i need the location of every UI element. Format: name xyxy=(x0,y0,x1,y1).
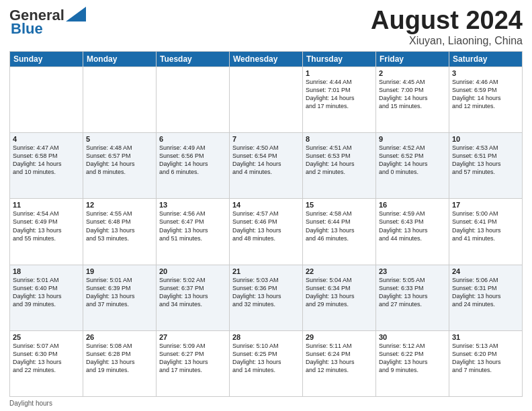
day-info: Sunrise: 5:03 AM Sunset: 6:36 PM Dayligh… xyxy=(232,276,300,309)
page: General Blue August 2024 Xiuyan, Liaonin… xyxy=(0,0,532,411)
day-info: Sunrise: 4:46 AM Sunset: 6:59 PM Dayligh… xyxy=(452,78,519,111)
month-title: August 2024 xyxy=(371,7,523,35)
day-of-week-header: Sunday xyxy=(10,51,83,66)
calendar-cell xyxy=(157,66,230,132)
calendar-week-row: 11Sunrise: 4:54 AM Sunset: 6:49 PM Dayli… xyxy=(10,199,523,265)
day-number: 26 xyxy=(86,333,153,341)
day-info: Sunrise: 4:50 AM Sunset: 6:54 PM Dayligh… xyxy=(232,144,300,177)
calendar-cell: 4Sunrise: 4:47 AM Sunset: 6:58 PM Daylig… xyxy=(10,133,83,199)
calendar-cell xyxy=(10,66,83,132)
day-info: Sunrise: 5:06 AM Sunset: 6:31 PM Dayligh… xyxy=(452,276,519,309)
calendar-cell: 27Sunrise: 5:09 AM Sunset: 6:27 PM Dayli… xyxy=(157,330,230,396)
day-info: Sunrise: 4:48 AM Sunset: 6:57 PM Dayligh… xyxy=(86,144,153,177)
calendar-cell xyxy=(230,66,303,132)
day-number: 21 xyxy=(232,267,300,275)
day-number: 23 xyxy=(379,267,446,275)
day-number: 28 xyxy=(232,333,300,341)
day-info: Sunrise: 4:56 AM Sunset: 6:47 PM Dayligh… xyxy=(159,210,226,242)
day-info: Sunrise: 5:08 AM Sunset: 6:28 PM Dayligh… xyxy=(86,342,153,375)
day-number: 18 xyxy=(13,267,80,275)
day-info: Sunrise: 4:58 AM Sunset: 6:44 PM Dayligh… xyxy=(306,210,373,242)
calendar-cell: 25Sunrise: 5:07 AM Sunset: 6:30 PM Dayli… xyxy=(10,330,83,396)
calendar-cell: 1Sunrise: 4:44 AM Sunset: 7:01 PM Daylig… xyxy=(303,66,376,132)
day-number: 14 xyxy=(232,201,300,209)
day-info: Sunrise: 4:44 AM Sunset: 7:01 PM Dayligh… xyxy=(306,78,373,111)
day-number: 11 xyxy=(13,201,80,209)
calendar-cell: 5Sunrise: 4:48 AM Sunset: 6:57 PM Daylig… xyxy=(83,133,157,199)
logo-icon xyxy=(66,7,86,21)
day-number: 6 xyxy=(159,135,226,143)
day-info: Sunrise: 4:55 AM Sunset: 6:48 PM Dayligh… xyxy=(86,210,153,242)
day-number: 20 xyxy=(159,267,226,275)
day-info: Sunrise: 5:02 AM Sunset: 6:37 PM Dayligh… xyxy=(159,276,226,309)
title-area: August 2024 Xiuyan, Liaoning, China xyxy=(371,7,523,47)
day-info: Sunrise: 5:13 AM Sunset: 6:20 PM Dayligh… xyxy=(452,342,519,375)
day-info: Sunrise: 5:01 AM Sunset: 6:39 PM Dayligh… xyxy=(86,276,153,309)
day-info: Sunrise: 4:52 AM Sunset: 6:52 PM Dayligh… xyxy=(379,144,446,177)
calendar-cell: 10Sunrise: 4:53 AM Sunset: 6:51 PM Dayli… xyxy=(449,133,523,199)
day-info: Sunrise: 5:04 AM Sunset: 6:34 PM Dayligh… xyxy=(306,276,373,309)
calendar-cell: 12Sunrise: 4:55 AM Sunset: 6:48 PM Dayli… xyxy=(83,199,157,265)
day-number: 12 xyxy=(86,201,153,209)
day-number: 16 xyxy=(379,201,446,209)
day-info: Sunrise: 5:00 AM Sunset: 6:41 PM Dayligh… xyxy=(452,210,519,242)
calendar-cell: 23Sunrise: 5:05 AM Sunset: 6:33 PM Dayli… xyxy=(376,265,449,330)
day-info: Sunrise: 5:01 AM Sunset: 6:40 PM Dayligh… xyxy=(13,276,80,309)
day-info: Sunrise: 4:54 AM Sunset: 6:49 PM Dayligh… xyxy=(13,210,80,242)
calendar-cell: 17Sunrise: 5:00 AM Sunset: 6:41 PM Dayli… xyxy=(449,199,523,265)
day-number: 1 xyxy=(306,69,373,77)
calendar-week-row: 1Sunrise: 4:44 AM Sunset: 7:01 PM Daylig… xyxy=(10,66,523,132)
calendar-cell: 18Sunrise: 5:01 AM Sunset: 6:40 PM Dayli… xyxy=(10,265,83,330)
calendar-cell: 21Sunrise: 5:03 AM Sunset: 6:36 PM Dayli… xyxy=(230,265,303,330)
calendar-cell: 30Sunrise: 5:12 AM Sunset: 6:22 PM Dayli… xyxy=(376,330,449,396)
day-number: 13 xyxy=(159,201,226,209)
calendar-table: SundayMondayTuesdayWednesdayThursdayFrid… xyxy=(9,51,523,397)
day-number: 8 xyxy=(306,135,373,143)
calendar-cell: 16Sunrise: 4:59 AM Sunset: 6:43 PM Dayli… xyxy=(376,199,449,265)
calendar-cell: 31Sunrise: 5:13 AM Sunset: 6:20 PM Dayli… xyxy=(449,330,523,396)
day-of-week-header: Thursday xyxy=(303,51,376,66)
day-number: 15 xyxy=(306,201,373,209)
calendar-cell: 9Sunrise: 4:52 AM Sunset: 6:52 PM Daylig… xyxy=(376,133,449,199)
day-of-week-header: Tuesday xyxy=(157,51,230,66)
calendar-cell: 24Sunrise: 5:06 AM Sunset: 6:31 PM Dayli… xyxy=(449,265,523,330)
day-number: 22 xyxy=(306,267,373,275)
day-info: Sunrise: 4:59 AM Sunset: 6:43 PM Dayligh… xyxy=(379,210,446,242)
day-info: Sunrise: 5:09 AM Sunset: 6:27 PM Dayligh… xyxy=(159,342,226,375)
svg-marker-0 xyxy=(66,7,86,21)
location-title: Xiuyan, Liaoning, China xyxy=(371,35,523,47)
day-number: 19 xyxy=(86,267,153,275)
calendar-cell: 8Sunrise: 4:51 AM Sunset: 6:53 PM Daylig… xyxy=(303,133,376,199)
calendar-cell: 29Sunrise: 5:11 AM Sunset: 6:24 PM Dayli… xyxy=(303,330,376,396)
header: General Blue August 2024 Xiuyan, Liaonin… xyxy=(9,7,523,47)
day-info: Sunrise: 4:47 AM Sunset: 6:58 PM Dayligh… xyxy=(13,144,80,177)
logo: General Blue xyxy=(9,7,86,38)
calendar-cell: 6Sunrise: 4:49 AM Sunset: 6:56 PM Daylig… xyxy=(157,133,230,199)
calendar-week-row: 4Sunrise: 4:47 AM Sunset: 6:58 PM Daylig… xyxy=(10,133,523,199)
day-info: Sunrise: 4:45 AM Sunset: 7:00 PM Dayligh… xyxy=(379,78,446,111)
day-number: 27 xyxy=(159,333,226,341)
day-info: Sunrise: 5:10 AM Sunset: 6:25 PM Dayligh… xyxy=(232,342,300,375)
day-number: 9 xyxy=(379,135,446,143)
day-info: Sunrise: 5:12 AM Sunset: 6:22 PM Dayligh… xyxy=(379,342,446,375)
footer: Daylight hours xyxy=(9,400,523,407)
day-of-week-header: Saturday xyxy=(449,51,523,66)
day-number: 31 xyxy=(452,333,519,341)
day-info: Sunrise: 5:05 AM Sunset: 6:33 PM Dayligh… xyxy=(379,276,446,309)
calendar-header-row: SundayMondayTuesdayWednesdayThursdayFrid… xyxy=(10,51,523,66)
calendar-cell: 26Sunrise: 5:08 AM Sunset: 6:28 PM Dayli… xyxy=(83,330,157,396)
day-number: 25 xyxy=(13,333,80,341)
calendar-cell: 3Sunrise: 4:46 AM Sunset: 6:59 PM Daylig… xyxy=(449,66,523,132)
day-info: Sunrise: 4:49 AM Sunset: 6:56 PM Dayligh… xyxy=(159,144,226,177)
calendar-cell: 13Sunrise: 4:56 AM Sunset: 6:47 PM Dayli… xyxy=(157,199,230,265)
day-number: 5 xyxy=(86,135,153,143)
day-info: Sunrise: 4:53 AM Sunset: 6:51 PM Dayligh… xyxy=(452,144,519,177)
day-number: 29 xyxy=(306,333,373,341)
day-number: 17 xyxy=(452,201,519,209)
day-of-week-header: Wednesday xyxy=(230,51,303,66)
day-info: Sunrise: 5:07 AM Sunset: 6:30 PM Dayligh… xyxy=(13,342,80,375)
logo-blue: Blue xyxy=(11,20,43,38)
calendar-cell: 15Sunrise: 4:58 AM Sunset: 6:44 PM Dayli… xyxy=(303,199,376,265)
calendar-cell: 11Sunrise: 4:54 AM Sunset: 6:49 PM Dayli… xyxy=(10,199,83,265)
day-number: 4 xyxy=(13,135,80,143)
